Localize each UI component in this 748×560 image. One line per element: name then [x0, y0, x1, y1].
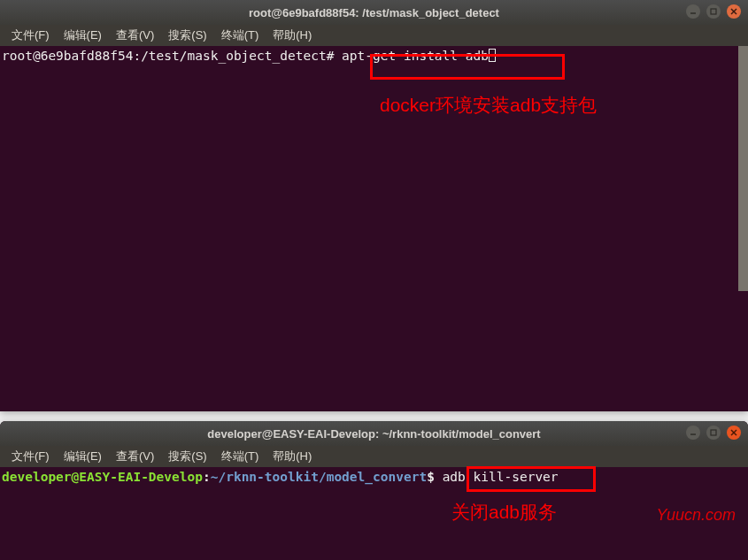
- close-button[interactable]: [727, 4, 741, 19]
- svg-rect-5: [711, 430, 716, 435]
- window-title: developer@EASY-EAI-Develop: ~/rknn-toolk…: [207, 427, 540, 441]
- shell-command: apt-get install adb: [342, 49, 489, 63]
- menu-help[interactable]: 帮助(H): [266, 447, 318, 466]
- prompt-colon: :: [203, 470, 211, 484]
- watermark: Yuucn.com: [657, 506, 736, 525]
- menu-terminal[interactable]: 终端(T): [215, 26, 266, 45]
- menu-file[interactable]: 文件(F): [5, 447, 56, 466]
- maximize-button[interactable]: [706, 4, 721, 19]
- menu-view[interactable]: 查看(V): [110, 26, 160, 45]
- menu-view[interactable]: 查看(V): [110, 447, 160, 466]
- window-title: root@6e9bafd88f54: /test/mask_object_det…: [249, 6, 499, 19]
- menu-terminal[interactable]: 终端(T): [215, 447, 266, 466]
- svg-rect-1: [711, 9, 716, 14]
- menu-help[interactable]: 帮助(H): [266, 26, 318, 45]
- scrollbar[interactable]: [738, 46, 748, 291]
- minimize-button[interactable]: [686, 4, 700, 19]
- annotation-install: docker环境安装adb支持包: [380, 93, 597, 118]
- terminal-window-host: developer@EASY-EAI-Develop: ~/rknn-toolk…: [0, 421, 748, 560]
- annotation-kill: 关闭adb服务: [451, 500, 557, 525]
- menu-search[interactable]: 搜索(S): [162, 26, 212, 45]
- menu-edit[interactable]: 编辑(E): [58, 26, 108, 45]
- titlebar[interactable]: developer@EASY-EAI-Develop: ~/rknn-toolk…: [0, 421, 748, 446]
- menu-edit[interactable]: 编辑(E): [58, 447, 108, 466]
- prompt-path: ~/rknn-toolkit/model_convert: [211, 470, 427, 484]
- shell-command: adb kill-server: [443, 470, 559, 484]
- menubar: 文件(F) 编辑(E) 查看(V) 搜索(S) 终端(T) 帮助(H): [0, 25, 748, 46]
- window-controls: [686, 4, 741, 19]
- terminal-body[interactable]: developer@EASY-EAI-Develop:~/rknn-toolki…: [0, 467, 748, 485]
- prompt-dollar: $: [427, 470, 442, 484]
- titlebar[interactable]: root@6e9bafd88f54: /test/mask_object_det…: [0, 0, 748, 25]
- cursor: [489, 49, 496, 62]
- minimize-button[interactable]: [686, 426, 700, 440]
- menu-file[interactable]: 文件(F): [5, 26, 56, 45]
- menubar: 文件(F) 编辑(E) 查看(V) 搜索(S) 终端(T) 帮助(H): [0, 446, 748, 467]
- close-button[interactable]: [727, 426, 741, 440]
- terminal-window-docker: root@6e9bafd88f54: /test/mask_object_det…: [0, 0, 748, 411]
- maximize-button[interactable]: [706, 426, 721, 440]
- prompt-user-host: developer@EASY-EAI-Develop: [2, 470, 203, 484]
- terminal-body[interactable]: root@6e9bafd88f54:/test/mask_object_dete…: [0, 46, 748, 64]
- window-controls: [686, 426, 741, 440]
- menu-search[interactable]: 搜索(S): [162, 447, 212, 466]
- shell-prompt: root@6e9bafd88f54:/test/mask_object_dete…: [2, 49, 342, 63]
